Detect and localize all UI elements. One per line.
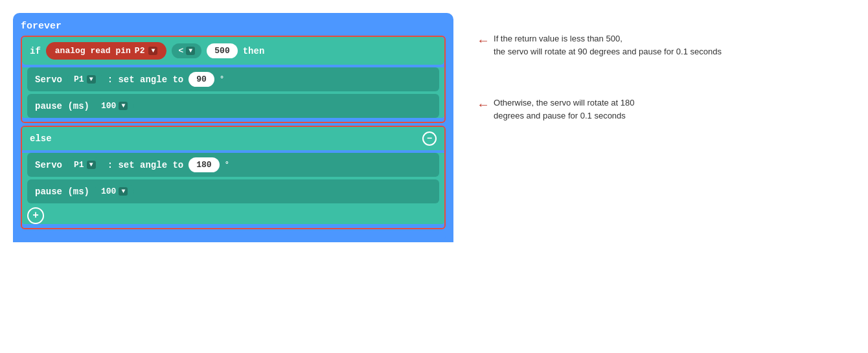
operator-pill[interactable]: < ▼ <box>172 43 201 58</box>
else-header: else − <box>22 127 444 150</box>
annotation-1-text: If the return value is less than 500,the… <box>494 32 722 58</box>
if-pause-value[interactable]: 100 ▼ <box>95 98 134 113</box>
annotation-1: ← If the return value is less than 500,t… <box>479 32 855 58</box>
if-angle-value[interactable]: 90 <box>188 72 214 87</box>
forever-block: forever if analog read pin P2 ▼ < ▼ 500 … <box>13 13 453 242</box>
forever-label: forever <box>21 18 446 36</box>
operator-value: < <box>178 46 183 56</box>
else-pause-label: pause (ms) <box>35 187 89 197</box>
threshold-value[interactable]: 500 <box>207 43 237 58</box>
forever-bottom-cap <box>21 229 446 242</box>
pin-value: P2 <box>135 46 145 56</box>
if-degree: ° <box>220 75 224 84</box>
else-degree: ° <box>225 161 229 170</box>
pin-dropdown[interactable]: ▼ <box>148 47 157 55</box>
annotation-2: ← Otherwise, the servo will rotate at 18… <box>479 97 855 122</box>
pause-dropdown[interactable]: ▼ <box>119 102 128 110</box>
else-angle-value[interactable]: 180 <box>188 157 219 172</box>
else-servo-label: Servo <box>35 160 62 170</box>
if-set-angle-label: : set angle to <box>108 74 184 85</box>
then-label: then <box>243 46 265 56</box>
code-area: forever if analog read pin P2 ▼ < ▼ 500 … <box>13 13 453 242</box>
annotations-panel: ← If the return value is less than 500,t… <box>453 13 855 122</box>
if-label: if <box>30 46 41 56</box>
annotation-2-arrow: ← <box>479 98 487 113</box>
if-header-row: if analog read pin P2 ▼ < ▼ 500 then <box>22 37 444 65</box>
else-servo-row: Servo P1 ▼ : set angle to 180 ° <box>27 153 439 177</box>
if-servo-row: Servo P1 ▼ : set angle to 90 ° <box>27 67 439 91</box>
else-inner: Servo P1 ▼ : set angle to 180 ° pause (m… <box>22 153 444 224</box>
else-servo-pin[interactable]: P1 ▼ <box>67 157 102 172</box>
else-section: else − Servo P1 ▼ : set angle to 180 ° p… <box>21 126 446 229</box>
else-pause-row: pause (ms) 100 ▼ <box>27 179 439 203</box>
plus-button[interactable]: + <box>27 207 44 224</box>
if-pause-row: pause (ms) 100 ▼ <box>27 94 439 118</box>
analog-read-button[interactable]: analog read pin P2 ▼ <box>46 42 167 60</box>
annotation-2-text: Otherwise, the servo will rotate at 180d… <box>494 97 635 122</box>
else-pause-value[interactable]: 100 ▼ <box>95 184 134 199</box>
else-set-angle-label: : set angle to <box>108 160 184 170</box>
else-servo-pin-dropdown[interactable]: ▼ <box>87 161 96 169</box>
annotation-1-arrow: ← <box>479 34 487 49</box>
if-pause-label: pause (ms) <box>35 101 89 111</box>
if-inner: Servo P1 ▼ : set angle to 90 ° pause (ms… <box>22 67 444 118</box>
if-servo-label: Servo <box>35 74 62 85</box>
if-servo-pin[interactable]: P1 ▼ <box>67 72 102 87</box>
operator-dropdown[interactable]: ▼ <box>186 47 195 55</box>
if-section: if analog read pin P2 ▼ < ▼ 500 then Ser… <box>21 36 446 123</box>
servo-pin-dropdown[interactable]: ▼ <box>87 75 96 84</box>
minus-button[interactable]: − <box>422 131 437 146</box>
else-label: else <box>30 133 52 144</box>
else-pause-dropdown[interactable]: ▼ <box>119 187 128 196</box>
analog-label: analog read pin <box>55 46 131 56</box>
